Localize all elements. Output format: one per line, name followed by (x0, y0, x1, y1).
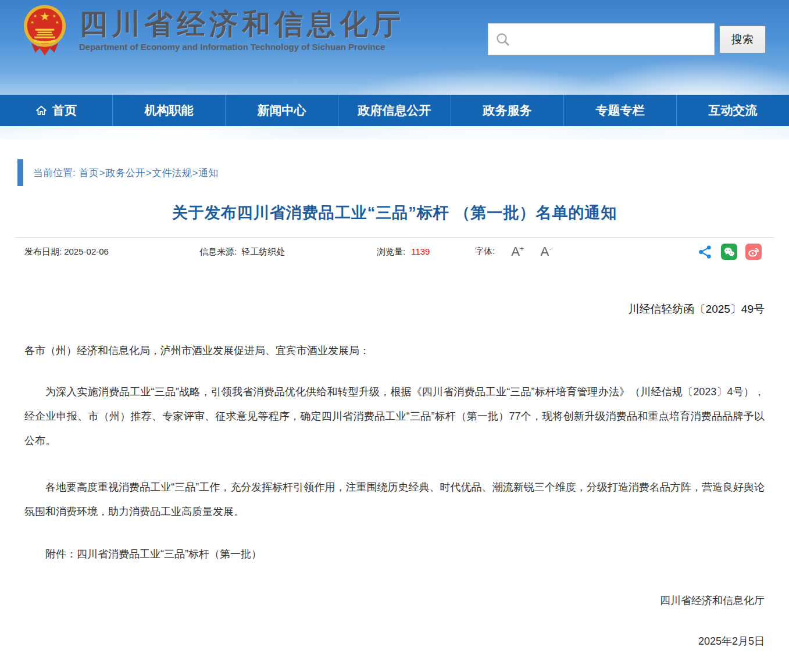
font-decrease-button[interactable]: A- (540, 245, 551, 258)
breadcrumb-separator: > (146, 167, 152, 178)
view-count-label: 浏览量: (377, 246, 405, 256)
share-buttons (697, 244, 774, 260)
search-box (488, 23, 715, 55)
search-area: 搜索 (488, 23, 766, 55)
document-number: 川经信轻纺函〔2025〕49号 (24, 302, 765, 317)
breadcrumb: 当前位置:首页>政务公开>文件法规>通知 (17, 159, 789, 186)
font-size-controls: 字体: A+ A- (475, 245, 551, 258)
site-header: ★ ★ ★ ★ ★ 四川省经济和信息化厅 Department of Econo… (0, 0, 789, 140)
breadcrumb-prefix: 当前位置: (33, 167, 76, 178)
svg-text:★: ★ (33, 13, 37, 19)
breadcrumb-link-regulations[interactable]: 文件法规 (152, 167, 192, 178)
nav-item-organization[interactable]: 机构职能 (112, 95, 225, 126)
share-button[interactable] (697, 244, 713, 260)
nav-item-gov-info[interactable]: 政府信息公开 (338, 95, 451, 126)
nav-item-label: 机构职能 (145, 102, 194, 119)
home-icon (35, 105, 47, 116)
main-content: 关于发布四川省消费品工业“三品”标杆 （第一批）名单的通知 发布日期:2025-… (0, 202, 789, 662)
breadcrumb-link-gov-open[interactable]: 政务公开 (106, 167, 145, 178)
search-icon (495, 32, 510, 47)
nav-item-home[interactable]: 首页 (0, 95, 112, 126)
info-source-value: 轻工纺织处 (241, 246, 285, 256)
nav-item-label: 新闻中心 (258, 102, 306, 119)
wechat-icon (721, 244, 737, 260)
nav-item-label: 专题专栏 (596, 102, 645, 119)
national-emblem-icon: ★ ★ ★ ★ ★ (21, 3, 69, 57)
breadcrumb-accent-bar (17, 159, 23, 186)
national-emblem-logo: ★ ★ ★ ★ ★ (21, 3, 69, 57)
svg-text:★: ★ (30, 20, 34, 25)
paragraph-1: 为深入实施消费品工业“三品”战略，引领我省消费品优化供给和转型升级，根据《四川省… (24, 380, 765, 453)
notice-document: 川经信轻纺函〔2025〕49号 各市（州）经济和信息化局，泸州市酒业发展促进局、… (15, 302, 774, 662)
breadcrumb-link-notice[interactable]: 通知 (199, 167, 219, 178)
breadcrumb-separator: > (99, 167, 105, 178)
breadcrumb-separator: > (192, 167, 198, 178)
svg-text:★: ★ (55, 20, 59, 25)
nav-item-label: 互动交流 (709, 102, 758, 119)
salutation: 各市（州）经济和信息化局，泸州市酒业发展促进局、宜宾市酒业发展局： (24, 344, 765, 358)
view-count-value: 1139 (411, 246, 430, 256)
paragraph-2: 各地要高度重视消费品工业“三品”工作，充分发挥标杆引领作用，注重围绕历史经典、时… (24, 475, 765, 524)
site-title: 四川省经济和信息化厅 (79, 9, 405, 40)
share-wechat-button[interactable] (721, 244, 737, 260)
weibo-icon (745, 244, 762, 260)
nav-item-interaction[interactable]: 互动交流 (676, 95, 789, 126)
breadcrumb-link-home[interactable]: 首页 (79, 167, 99, 178)
issuing-authority: 四川省经济和信息化厅 (24, 594, 765, 607)
nav-item-label: 政务服务 (483, 102, 532, 119)
info-source: 信息来源: 轻工纺织处 (199, 246, 377, 258)
attachment-line: 附件：四川省消费品工业“三品”标杆（第一批） (24, 547, 765, 561)
page-title: 关于发布四川省消费品工业“三品”标杆 （第一批）名单的通知 (15, 202, 774, 223)
share-weibo-button[interactable] (745, 244, 762, 260)
search-input[interactable] (515, 24, 707, 55)
publish-date-label: 发布日期: (24, 246, 62, 256)
site-subtitle-en: Department of Economy and Information Te… (79, 42, 405, 52)
nav-item-label: 政府信息公开 (358, 102, 431, 119)
nav-item-topics[interactable]: 专题专栏 (563, 95, 676, 126)
svg-text:★: ★ (52, 13, 56, 19)
font-increase-button[interactable]: A+ (511, 245, 524, 258)
site-brand: ★ ★ ★ ★ ★ 四川省经济和信息化厅 Department of Econo… (21, 3, 405, 57)
brand-text: 四川省经济和信息化厅 Department of Economy and Inf… (79, 9, 405, 52)
publish-date-value: 2025-02-06 (64, 246, 109, 256)
share-icon (697, 244, 713, 260)
nav-item-label: 首页 (52, 102, 77, 119)
font-size-label: 字体: (475, 246, 495, 257)
info-source-label: 信息来源: (199, 246, 237, 256)
issue-date: 2025年2月5日 (24, 634, 765, 662)
article-meta-row: 发布日期:2025-02-06 信息来源: 轻工纺织处 浏览量:1139 字体:… (15, 238, 774, 266)
main-nav: 首页 机构职能 新闻中心 政府信息公开 政务服务 专题专栏 互动交流 (0, 95, 789, 126)
svg-text:★: ★ (40, 10, 50, 23)
view-count: 浏览量:1139 (377, 246, 475, 258)
publish-date: 发布日期:2025-02-06 (24, 246, 199, 258)
search-button[interactable]: 搜索 (719, 26, 766, 53)
nav-item-services[interactable]: 政务服务 (451, 95, 563, 126)
nav-item-news[interactable]: 新闻中心 (225, 95, 338, 126)
breadcrumb-text: 当前位置:首页>政务公开>文件法规>通知 (33, 166, 219, 180)
page: ★ ★ ★ ★ ★ 四川省经济和信息化厅 Department of Econo… (0, 0, 789, 672)
